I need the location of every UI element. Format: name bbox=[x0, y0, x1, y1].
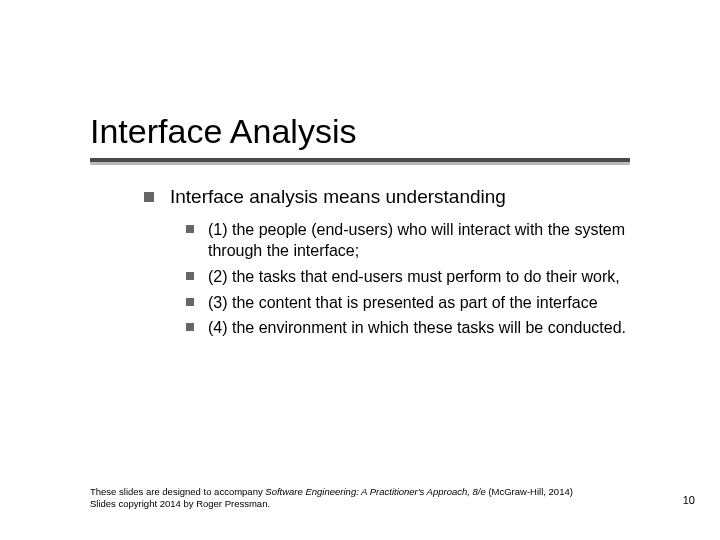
square-bullet-icon bbox=[186, 298, 194, 306]
footer-attribution: These slides are designed to accompany S… bbox=[90, 486, 600, 510]
page-number: 10 bbox=[683, 494, 695, 506]
slide-body: Interface analysis means understanding (… bbox=[144, 185, 654, 343]
list-item-text: (3) the content that is presented as par… bbox=[208, 292, 654, 314]
list-item-text: (2) the tasks that end-users must perfor… bbox=[208, 266, 654, 288]
list-item-text: (1) the people (end-users) who will inte… bbox=[208, 219, 654, 262]
footer-source-title: Software Engineering: A Practitioner's A… bbox=[265, 486, 485, 497]
square-bullet-icon bbox=[144, 192, 154, 202]
square-bullet-icon bbox=[186, 323, 194, 331]
sub-list: (1) the people (end-users) who will inte… bbox=[186, 219, 654, 339]
slide-title: Interface Analysis bbox=[90, 112, 356, 151]
square-bullet-icon bbox=[186, 272, 194, 280]
list-item: (4) the environment in which these tasks… bbox=[186, 317, 654, 339]
slide: { "title": "Interface Analysis", "main_i… bbox=[0, 0, 720, 540]
list-item: (3) the content that is presented as par… bbox=[186, 292, 654, 314]
list-item-text: (4) the environment in which these tasks… bbox=[208, 317, 654, 339]
title-underline-light bbox=[90, 162, 630, 165]
footer-lead: These slides are designed to accompany bbox=[90, 486, 265, 497]
list-item: (2) the tasks that end-users must perfor… bbox=[186, 266, 654, 288]
square-bullet-icon bbox=[186, 225, 194, 233]
list-item-text: Interface analysis means understanding bbox=[170, 185, 654, 209]
list-item: (1) the people (end-users) who will inte… bbox=[186, 219, 654, 262]
list-item: Interface analysis means understanding bbox=[144, 185, 654, 209]
